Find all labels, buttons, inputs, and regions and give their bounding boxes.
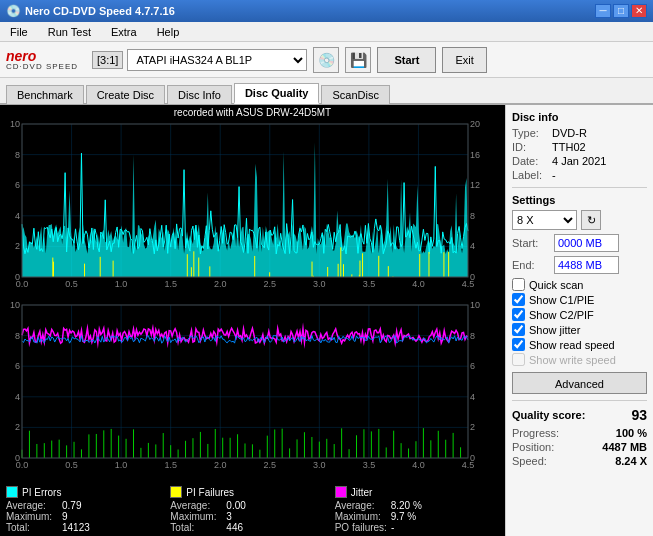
disc-id-val: TTH02	[552, 141, 586, 153]
disc-type-row: Type: DVD-R	[512, 127, 647, 139]
position-label: Position:	[512, 441, 554, 453]
disc-label-row: Label: -	[512, 169, 647, 181]
jitter-max-value: 9.7 %	[391, 511, 417, 522]
legend-jitter: Jitter Average: 8.20 % Maximum: 9.7 % PO…	[335, 486, 499, 533]
start-field-input[interactable]	[554, 234, 619, 252]
speed-value: 8.24 X	[615, 455, 647, 467]
pif-total-value: 446	[226, 522, 243, 533]
progress-value: 100 %	[616, 427, 647, 439]
jitter-avg-value: 8.20 %	[391, 500, 422, 511]
jitter-po-value: -	[391, 522, 394, 533]
show-jitter-label: Show jitter	[529, 324, 580, 336]
title-controls: ─ □ ✕	[595, 4, 647, 18]
start-button[interactable]: Start	[377, 47, 436, 73]
speed-row: Speed: 8.24 X	[512, 455, 647, 467]
speed-select[interactable]: 8 X Max 1 X 2 X 4 X 6 X 12 X 16 X	[512, 210, 577, 230]
disc-label-key: Label:	[512, 169, 552, 181]
minimize-button[interactable]: ─	[595, 4, 611, 18]
legend-pi-errors: PI Errors Average: 0.79 Maximum: 9 Total…	[6, 486, 170, 533]
tab-scandisc[interactable]: ScanDisc	[321, 85, 389, 104]
disc-date-row: Date: 4 Jan 2021	[512, 155, 647, 167]
tab-disc-quality[interactable]: Disc Quality	[234, 83, 320, 104]
menu-file[interactable]: File	[4, 24, 34, 40]
position-value: 4487 MB	[602, 441, 647, 453]
disc-info-title: Disc info	[512, 111, 647, 123]
jitter-max-label: Maximum:	[335, 511, 387, 522]
title-bar: 💿 Nero CD-DVD Speed 4.7.7.16 ─ □ ✕	[0, 0, 653, 22]
jitter-label: Jitter	[351, 487, 373, 498]
speed-settings-row: 8 X Max 1 X 2 X 4 X 6 X 12 X 16 X ↻	[512, 210, 647, 230]
tab-bar: Benchmark Create Disc Disc Info Disc Qua…	[0, 78, 653, 105]
menu-run-test[interactable]: Run Test	[42, 24, 97, 40]
start-field-row: Start:	[512, 234, 647, 252]
nero-brand: nero	[6, 49, 78, 63]
drive-selector: [3:1] ATAPI iHAS324 A BL1P	[92, 49, 307, 71]
refresh-button[interactable]: ↻	[581, 210, 601, 230]
disc-date-key: Date:	[512, 155, 552, 167]
show-c2pif-checkbox[interactable]	[512, 308, 525, 321]
quick-scan-row: Quick scan	[512, 278, 647, 291]
drive-combo[interactable]: ATAPI iHAS324 A BL1P	[127, 49, 307, 71]
end-field-input[interactable]	[554, 256, 619, 274]
pif-max-label: Maximum:	[170, 511, 222, 522]
toolbar: nero CD·DVD SPEED [3:1] ATAPI iHAS324 A …	[0, 42, 653, 78]
quick-scan-label: Quick scan	[529, 279, 583, 291]
quality-score-row: Quality score: 93	[512, 407, 647, 423]
pi-errors-label: PI Errors	[22, 487, 61, 498]
pi-failures-label: PI Failures	[186, 487, 234, 498]
menu-bar: File Run Test Extra Help	[0, 22, 653, 42]
jitter-color-box	[335, 486, 347, 498]
exit-button[interactable]: Exit	[442, 47, 486, 73]
disc-type-val: DVD-R	[552, 127, 587, 139]
show-read-speed-checkbox[interactable]	[512, 338, 525, 351]
pi-avg-label: Average:	[6, 500, 58, 511]
disc-id-key: ID:	[512, 141, 552, 153]
jitter-avg-label: Average:	[335, 500, 387, 511]
pi-total-label: Total:	[6, 522, 58, 533]
disc-type-key: Type:	[512, 127, 552, 139]
show-c2pif-label: Show C2/PIF	[529, 309, 594, 321]
maximize-button[interactable]: □	[613, 4, 629, 18]
jitter-po-label: PO failures:	[335, 522, 387, 533]
position-row: Position: 4487 MB	[512, 441, 647, 453]
advanced-button[interactable]: Advanced	[512, 372, 647, 394]
nero-product: CD·DVD SPEED	[6, 63, 78, 71]
menu-extra[interactable]: Extra	[105, 24, 143, 40]
app-icon: 💿	[6, 4, 21, 18]
chart-area: recorded with ASUS DRW-24D5MT PI Errors …	[0, 105, 505, 536]
legend-pi-failures: PI Failures Average: 0.00 Maximum: 3 Tot…	[170, 486, 334, 533]
show-write-speed-label: Show write speed	[529, 354, 616, 366]
show-jitter-checkbox[interactable]	[512, 323, 525, 336]
chart-bottom	[0, 301, 505, 482]
pi-failures-color-box	[170, 486, 182, 498]
tab-benchmark[interactable]: Benchmark	[6, 85, 84, 104]
show-write-speed-row: Show write speed	[512, 353, 647, 366]
progress-section: Progress: 100 % Position: 4487 MB Speed:…	[512, 427, 647, 467]
speed-label: Speed:	[512, 455, 547, 467]
tab-create-disc[interactable]: Create Disc	[86, 85, 165, 104]
progress-label: Progress:	[512, 427, 559, 439]
quick-scan-checkbox[interactable]	[512, 278, 525, 291]
show-read-speed-label: Show read speed	[529, 339, 615, 351]
show-c1pie-checkbox[interactable]	[512, 293, 525, 306]
show-read-speed-row: Show read speed	[512, 338, 647, 351]
end-field-row: End:	[512, 256, 647, 274]
quality-score-label: Quality score:	[512, 409, 585, 421]
menu-help[interactable]: Help	[151, 24, 186, 40]
pif-total-label: Total:	[170, 522, 222, 533]
close-button[interactable]: ✕	[631, 4, 647, 18]
drive-label: [3:1]	[92, 51, 123, 69]
tab-disc-info[interactable]: Disc Info	[167, 85, 232, 104]
app-title: Nero CD-DVD Speed 4.7.7.16	[25, 5, 175, 17]
disc-icon-button[interactable]: 💿	[313, 47, 339, 73]
pi-max-value: 9	[62, 511, 68, 522]
pif-avg-label: Average:	[170, 500, 222, 511]
show-write-speed-checkbox[interactable]	[512, 353, 525, 366]
pi-max-label: Maximum:	[6, 511, 58, 522]
save-icon-button[interactable]: 💾	[345, 47, 371, 73]
quality-score-value: 93	[631, 407, 647, 423]
show-c1pie-row: Show C1/PIE	[512, 293, 647, 306]
disc-date-val: 4 Jan 2021	[552, 155, 606, 167]
start-field-label: Start:	[512, 237, 550, 249]
legend-bar: PI Errors Average: 0.79 Maximum: 9 Total…	[0, 482, 505, 536]
